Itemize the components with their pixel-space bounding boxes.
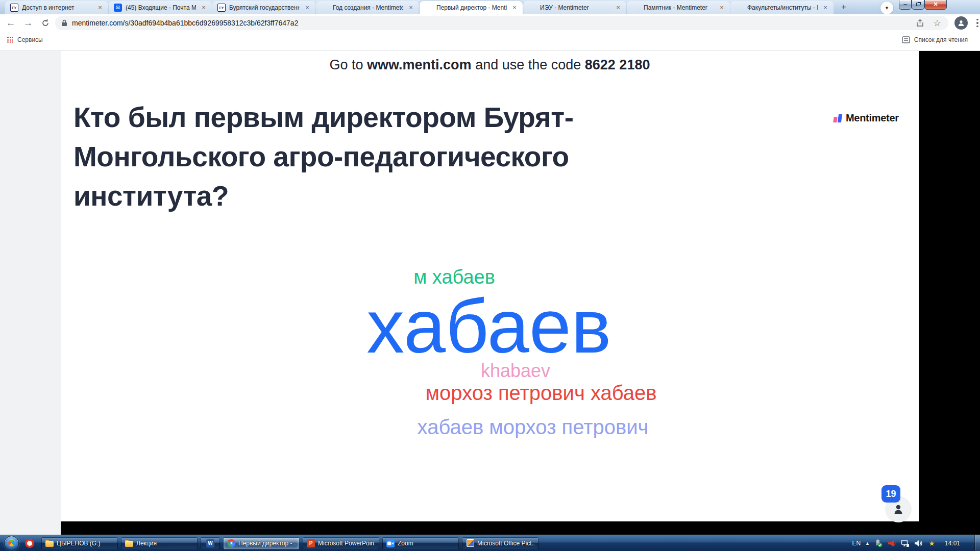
- tab-title: Первый директор - Menti: [436, 4, 507, 11]
- taskbar-button-label: Zoom: [398, 540, 413, 547]
- mentimeter-slide: Go to www.menti.com and use the code 862…: [61, 51, 919, 521]
- powerpoint-icon: P: [307, 539, 315, 547]
- taskbar-button-label: Лекция: [136, 540, 157, 547]
- back-icon[interactable]: ←: [4, 16, 17, 30]
- browser-tab[interactable]: ✉(45) Входящие - Почта Mai×: [109, 1, 212, 14]
- word-icon: W: [206, 539, 214, 547]
- tab-close-icon[interactable]: ×: [96, 4, 104, 12]
- tab-close-icon[interactable]: ×: [510, 4, 519, 12]
- tab-close-icon[interactable]: ×: [821, 4, 829, 12]
- show-desktop-button[interactable]: [974, 535, 980, 551]
- window-close-button[interactable]: ×: [924, 0, 947, 10]
- bookmark-label: Сервисы: [17, 36, 43, 43]
- network-icon[interactable]: [901, 539, 910, 547]
- browser-tab[interactable]: Памятник - Mentimeter×: [627, 1, 730, 14]
- taskbar-button[interactable]: Zoom: [382, 537, 459, 549]
- reading-list-label: Список для чтения: [914, 36, 968, 43]
- reload-icon[interactable]: [39, 16, 52, 30]
- tab-close-icon[interactable]: ×: [718, 4, 726, 12]
- address-bar[interactable]: mentimeter.com/s/30adf694b4ba61bbc6d9269…: [55, 16, 948, 30]
- tab-title: Бурятский государственны: [229, 4, 300, 11]
- browser-tab[interactable]: Год создания - Mentimeter×: [316, 1, 419, 14]
- system-tray: EN ▲ ★ 14:01: [852, 539, 972, 547]
- browser-tab[interactable]: Первый директор - Menti×: [420, 1, 523, 14]
- hidden-icons-arrow[interactable]: ▲: [865, 541, 870, 546]
- wordcloud-word: khabaev: [481, 360, 550, 382]
- screen: ГУДоступ в интернет×✉(45) Входящие - Поч…: [0, 0, 980, 551]
- tab-close-icon[interactable]: ×: [614, 4, 622, 12]
- star-tray-icon[interactable]: ★: [927, 539, 936, 547]
- browser-menu-icon[interactable]: [973, 16, 980, 30]
- tab-close-icon[interactable]: ×: [407, 4, 415, 12]
- person-icon: [957, 19, 965, 27]
- tab-close-icon[interactable]: ×: [303, 4, 311, 12]
- folder-icon: [125, 539, 133, 547]
- red-app-icon[interactable]: [25, 539, 34, 548]
- browser-tab-strip: ГУДоступ в интернет×✉(45) Входящие - Поч…: [0, 0, 980, 14]
- taskbar-clock[interactable]: 14:01: [945, 540, 960, 547]
- participants-count-badge: 19: [881, 485, 900, 503]
- bsu-favicon: ГУ: [217, 4, 226, 12]
- person-icon: [892, 503, 905, 516]
- browser-tab[interactable]: ИЭУ - Mentimeter×: [523, 1, 626, 14]
- browser-toolbar: ← → mentimeter.com/s/30adf694b4ba61bbc6d…: [0, 14, 980, 32]
- red-horn-icon[interactable]: [888, 539, 896, 547]
- new-tab-button[interactable]: +: [837, 1, 850, 14]
- start-button[interactable]: [4, 536, 19, 550]
- taskbar-button[interactable]: Первый директор - ...: [223, 537, 300, 549]
- tab-title: Памятник - Mentimeter: [644, 4, 714, 11]
- reading-list-icon: [902, 36, 910, 43]
- taskbar-button-label: ЦЫРЕНОВ (G:): [57, 540, 101, 547]
- tab-title: Год создания - Mentimeter: [333, 4, 403, 11]
- chrome-icon: [227, 539, 235, 547]
- bsu-favicon: ГУ: [10, 4, 18, 12]
- window-restore-button[interactable]: [912, 0, 924, 10]
- taskbar-button-label: Microsoft Office Pict...: [477, 540, 534, 547]
- reading-list-button[interactable]: Список для чтения: [902, 36, 968, 43]
- browser-tab[interactable]: ГУБурятский государственны×: [212, 1, 315, 14]
- browser-tab[interactable]: ГУДоступ в интернет×: [5, 1, 108, 14]
- mentimeter-favicon: [632, 4, 640, 12]
- profile-avatar[interactable]: [954, 16, 968, 30]
- share-icon[interactable]: [914, 17, 926, 29]
- language-indicator[interactable]: EN: [852, 540, 861, 547]
- taskbar-button-label: Первый директор - ...: [238, 540, 296, 547]
- wordcloud: м хабаевхабаевkhabaevморхоз петрович хаб…: [61, 51, 919, 521]
- bookmark-star-icon[interactable]: ☆: [931, 17, 943, 29]
- picture-manager-icon: [466, 539, 474, 547]
- tab-title: Доступ в интернет: [22, 4, 92, 11]
- services-grid-icon: [7, 37, 13, 43]
- usb-safely-remove-icon[interactable]: [874, 539, 883, 547]
- taskbar-button[interactable]: W: [201, 537, 220, 549]
- tab-search-chevron-icon[interactable]: ▾: [880, 2, 893, 14]
- page-viewport: Go to www.menti.com and use the code 862…: [0, 51, 980, 535]
- url-text: mentimeter.com/s/30adf694b4ba61bbc6d9269…: [72, 19, 909, 27]
- forward-icon[interactable]: →: [21, 16, 35, 30]
- mentimeter-favicon: [321, 4, 329, 12]
- tab-close-icon[interactable]: ×: [200, 4, 208, 12]
- bookmarks-bar: Сервисы Список для чтения: [0, 32, 980, 51]
- mentimeter-favicon: [736, 4, 744, 12]
- folder-icon: [45, 539, 54, 547]
- mentimeter-favicon: [425, 4, 433, 12]
- tab-title: Факультеты/институты - M: [747, 4, 818, 11]
- window-minimize-button[interactable]: –: [899, 0, 912, 10]
- tab-title: (45) Входящие - Почта Mai: [126, 4, 196, 11]
- bookmark-services[interactable]: Сервисы: [7, 36, 43, 43]
- taskbar-button[interactable]: Microsoft Office Pict...: [462, 537, 538, 549]
- taskbar: ЦЫРЕНОВ (G:)ЛекцияWПервый директор - ...…: [0, 535, 980, 551]
- mentimeter-favicon: [528, 4, 536, 12]
- restore-icon: [916, 3, 920, 6]
- volume-icon[interactable]: [914, 539, 923, 547]
- browser-tab[interactable]: Факультеты/институты - M×: [730, 1, 834, 14]
- wordcloud-word: хабаев: [366, 283, 611, 370]
- wordcloud-word: хабаев морхоз петрович: [418, 416, 649, 439]
- mail-favicon: ✉: [114, 4, 122, 12]
- tab-title: ИЭУ - Mentimeter: [540, 4, 610, 11]
- taskbar-button[interactable]: Лекция: [121, 537, 198, 549]
- taskbar-button[interactable]: PMicrosoft PowerPoin...: [303, 537, 379, 549]
- zoom-icon: [386, 539, 395, 547]
- page-left-gutter: [0, 51, 61, 535]
- lock-icon: [61, 19, 67, 27]
- taskbar-button[interactable]: ЦЫРЕНОВ (G:): [41, 537, 118, 549]
